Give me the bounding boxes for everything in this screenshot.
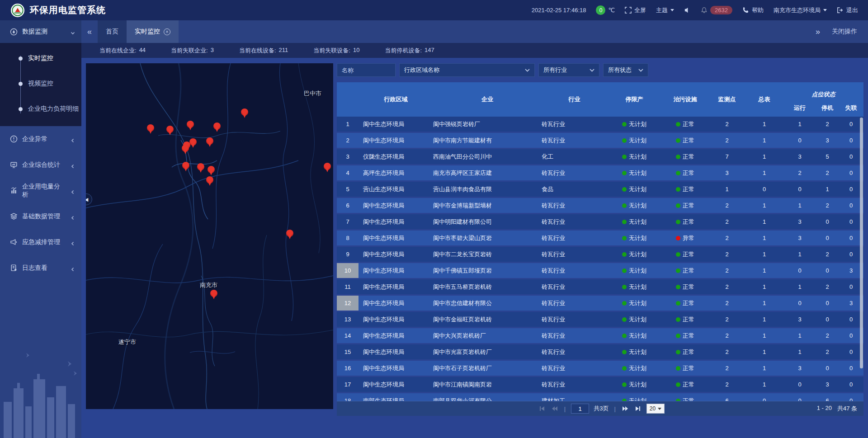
table-row[interactable]: 16 阆中生态环境局 阆中市石子页岩机砖厂 砖瓦行业 无计划 <box>337 361 863 376</box>
org-dropdown[interactable]: 南充市生态环境局 <box>774 6 827 14</box>
fullscreen-button[interactable]: 全屏 <box>625 6 646 14</box>
stat-label: 当前在线企业: <box>99 47 137 55</box>
map-pin-icon[interactable] <box>208 166 215 173</box>
column-header <box>337 82 359 117</box>
table-row[interactable]: 18 南部生态环境局 南部县双华小河有限公 建材加工 无计划 <box>337 393 863 401</box>
table-row[interactable]: 8 阆中生态环境局 阆中市枣碧大梁山页岩 砖瓦行业 无计划 <box>337 231 863 245</box>
map-pin-icon[interactable] <box>286 230 293 237</box>
table-row[interactable]: 10 阆中生态环境局 阆中千佛镇五郎垭页岩 砖瓦行业 无计划 <box>337 263 863 278</box>
speaker-icon <box>684 7 691 14</box>
sidebar-item-power-load-detail[interactable]: 企业电力负荷明细 <box>0 96 81 122</box>
map-pin-icon[interactable] <box>210 290 217 297</box>
row-running-count: 1 <box>783 279 816 294</box>
row-facility-status: 正常 <box>661 247 709 262</box>
table-row[interactable]: 3 仪陇生态环境局 西南油气田分公司川中 化工 无计划 <box>337 149 863 164</box>
table-row[interactable]: 7 阆中生态环境局 阆中明阳建材有限公司 砖瓦行业 无计划 <box>337 214 863 229</box>
theme-dropdown[interactable]: 主题 <box>656 6 674 14</box>
tab-realtime-monitoring[interactable]: 实时监控 × <box>127 20 179 43</box>
row-offline-count: 0 <box>839 377 863 392</box>
map-pin-icon[interactable] <box>206 176 213 184</box>
region-select[interactable]: 行政区域名称 <box>399 63 535 77</box>
row-stopped-count: 2 <box>816 247 839 262</box>
row-limit-status: 无计划 <box>607 117 661 132</box>
row-company: 阆中市石子页岩机砖厂 <box>433 361 542 376</box>
table-panel: 行政区域名称 所有行业 所有状态 <box>337 63 863 416</box>
map-pin-icon[interactable] <box>187 121 194 128</box>
sidebar-item-emergency-reduction[interactable]: 应急减排管理 <box>0 229 81 255</box>
last-page-button[interactable] <box>634 405 642 412</box>
row-stopped-count: 2 <box>816 165 839 180</box>
row-industry: 砖瓦行业 <box>542 377 607 392</box>
page-size-select[interactable]: 20 <box>646 404 665 414</box>
notifications[interactable]: 2632 <box>701 6 732 14</box>
page-number-input[interactable] <box>571 404 589 414</box>
row-total-meters: 1 <box>745 214 783 229</box>
sidebar-item-power-analysis[interactable]: 企业用电量分析 <box>0 178 81 203</box>
tab-home[interactable]: 首页 <box>98 20 127 43</box>
table-row[interactable]: 1 阆中生态环境局 阆中强锐页岩砖厂 砖瓦行业 无计划 <box>337 117 863 132</box>
table-row[interactable]: 2 阆中生态环境局 阆中市南方节能建材有 砖瓦行业 无计划 <box>337 133 863 148</box>
row-facility-status: 正常 <box>661 344 709 359</box>
map-pin-icon[interactable] <box>182 162 189 169</box>
status-select[interactable]: 所有状态 <box>603 63 648 77</box>
row-index-cell: 2 <box>337 133 359 148</box>
tabs-scroll-left-icon[interactable]: « <box>81 20 98 43</box>
first-page-button[interactable] <box>538 405 546 412</box>
row-region: 阆中生态环境局 <box>359 117 433 132</box>
chevron-down-icon <box>71 29 75 34</box>
row-industry: 砖瓦行业 <box>542 279 607 294</box>
map-pin-icon[interactable] <box>189 138 197 146</box>
map-pin-icon[interactable] <box>166 126 174 133</box>
sidebar-item-realtime-monitoring[interactable]: 实时监控 <box>0 46 81 71</box>
map-pin-icon[interactable] <box>197 163 204 170</box>
mute-button[interactable] <box>684 7 691 14</box>
table-row[interactable]: 9 阆中生态环境局 阆中市二龙长宝页岩砖 砖瓦行业 无计划 <box>337 247 863 262</box>
help-button[interactable]: 帮助 <box>742 6 764 14</box>
row-total-meters: 1 <box>745 328 783 343</box>
table-row[interactable]: 4 高坪生态环境局 南充市高坪区王家店建 砖瓦行业 无计划 <box>337 165 863 180</box>
row-company: 阆中市南方节能建材有 <box>433 133 542 148</box>
sidebar-item-base-data[interactable]: 基础数据管理 <box>0 203 81 229</box>
sidebar-item-enterprise-statistics[interactable]: 企业综合统计 <box>0 152 81 178</box>
row-stopped-count: 0 <box>816 231 839 245</box>
table-row[interactable]: 17 阆中生态环境局 阆中市江南镇阆南页岩 砖瓦行业 无计划 <box>337 377 863 392</box>
table-row[interactable]: 15 阆中生态环境局 阆中市光富页岩机砖厂 砖瓦行业 无计划 <box>337 344 863 359</box>
table-row[interactable]: 14 阆中生态环境局 阆中大兴页岩机砖厂 砖瓦行业 无计划 <box>337 328 863 343</box>
row-total-meters: 1 <box>745 263 783 278</box>
table-row[interactable]: 11 阆中生态环境局 阆中市五马桥页岩机砖 砖瓦行业 无计划 <box>337 279 863 294</box>
next-page-button[interactable] <box>621 405 629 412</box>
sidebar-item-data-monitoring[interactable]: 数据监测 <box>0 20 81 43</box>
table-row[interactable]: 13 阆中生态环境局 阆中市金福旺页岩机砖 砖瓦行业 无计划 <box>337 312 863 327</box>
industry-select[interactable]: 所有行业 <box>538 63 599 77</box>
row-industry: 砖瓦行业 <box>542 263 607 278</box>
map-panel[interactable]: 巴中市 南充市 遂宁市 <box>86 63 333 409</box>
chevron-left-icon <box>71 266 75 270</box>
prev-page-button[interactable] <box>551 405 559 412</box>
table-row[interactable]: 12 阆中生态环境局 阆中市忠信建材有限公 砖瓦行业 无计划 <box>337 296 863 311</box>
tab-label: 首页 <box>106 28 118 36</box>
sidebar-item-enterprise-abnormal[interactable]: 企业异常 <box>0 126 81 152</box>
table-row[interactable]: 5 营山生态环境局 营山县润丰肉食品有限 食品 无计划 <box>337 182 863 197</box>
app-logo-icon <box>11 4 24 17</box>
map-pin-icon[interactable] <box>241 108 248 116</box>
table-scrollbar[interactable] <box>860 118 863 368</box>
map-pin-icon[interactable] <box>206 137 213 145</box>
row-index-cell: 6 <box>337 198 359 213</box>
tabs-scroll-right-icon[interactable]: » <box>816 27 820 37</box>
map-pin-icon[interactable] <box>182 145 189 152</box>
sidebar-item-log-view[interactable]: 日志查看 <box>0 255 81 281</box>
status-dot-icon <box>676 122 680 127</box>
map-pin-icon[interactable] <box>324 163 331 170</box>
bell-icon <box>701 7 708 14</box>
map-pin-icon[interactable] <box>213 122 221 130</box>
close-tab-icon[interactable]: × <box>164 28 170 35</box>
map-pin-icon[interactable] <box>147 124 154 132</box>
table-row[interactable]: 6 阆中生态环境局 阆中市金博瑞新型墙材 砖瓦行业 无计划 <box>337 198 863 213</box>
name-search-input[interactable] <box>337 63 396 77</box>
close-operations-button[interactable]: 关闭操作 <box>832 28 857 36</box>
column-header-offline: 失联 <box>839 104 863 112</box>
row-region: 阆中生态环境局 <box>359 263 433 278</box>
sidebar-item-video-monitoring[interactable]: 视频监控 <box>0 71 81 96</box>
logout-button[interactable]: 退出 <box>837 6 858 14</box>
row-limit-status: 无计划 <box>607 377 661 392</box>
